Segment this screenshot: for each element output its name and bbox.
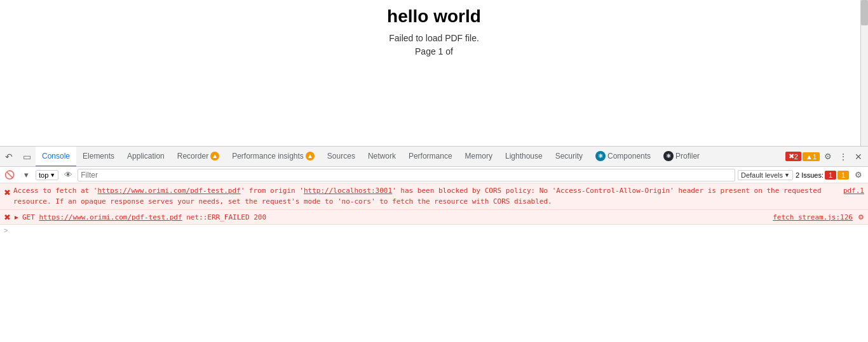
tab-memory[interactable]: Memory [459, 147, 499, 167]
page-subtitle: Failed to load PDF file. [389, 33, 479, 43]
tab-elements[interactable]: Elements [76, 147, 121, 167]
devtools-right-icons: ✖ 2 ▲ 1 ⚙ ⋮ ✕ [785, 150, 868, 164]
issues-badge[interactable]: 2 Issues: 1 1 [796, 171, 849, 180]
devtools-tabs-bar: ↶ ▭ Console Elements Application Recorde… [0, 147, 868, 167]
cursor-icon-btn[interactable]: ↶ [0, 148, 18, 166]
devtools-panel: ↶ ▭ Console Elements Application Recorde… [0, 146, 868, 342]
eye-icon[interactable]: 👁 [61, 168, 75, 182]
tab-profiler[interactable]: ⚛ Profiler [657, 147, 706, 167]
recorder-badge: ▲ [210, 152, 219, 161]
tab-application[interactable]: Application [121, 147, 171, 167]
console-prompt-row: > [0, 225, 868, 236]
error-icon-2: ✖ [4, 213, 11, 222]
context-dropdown[interactable]: top ▼ [36, 170, 58, 180]
chevron-down-icon: ▼ [50, 172, 55, 178]
tab-security[interactable]: Security [549, 147, 589, 167]
error-origin-link-1[interactable]: http://localhost:3001 [304, 187, 392, 195]
get-url-link[interactable]: https://www.orimi.com/pdf-test.pdf [39, 213, 182, 221]
console-settings-icon[interactable]: ⚙ [851, 168, 865, 182]
console-messages-area: ✖ Access to fetch at 'https://www.orimi.… [0, 183, 868, 342]
console-error-text-1: Access to fetch at 'https://www.orimi.co… [13, 186, 841, 207]
performance-insights-badge: ▲ [306, 152, 315, 161]
console-error-message-1: ✖ Access to fetch at 'https://www.orimi.… [0, 183, 868, 210]
error-source-1[interactable]: pdf.1 [843, 186, 864, 197]
warning-count-badge[interactable]: ▲ 1 [803, 152, 820, 161]
error-icon-1: ✖ [4, 187, 11, 199]
tab-performance-insights[interactable]: Performance insights ▲ [226, 147, 321, 167]
tab-performance[interactable]: Performance [402, 147, 459, 167]
react-components-icon: ⚛ [595, 151, 606, 161]
scrollbar-thumb[interactable] [861, 0, 868, 25]
tab-console[interactable]: Console [36, 147, 76, 167]
prompt-chevron-icon: > [4, 227, 8, 234]
react-profiler-icon: ⚛ [663, 151, 674, 161]
scrollbar[interactable] [860, 0, 868, 146]
more-options-icon[interactable]: ⋮ [836, 150, 850, 164]
error-url-link-1[interactable]: https://www.orimi.com/pdf-test.pdf [97, 187, 240, 195]
filter-icon[interactable]: ▾ [19, 168, 33, 182]
expand-triangle-icon[interactable]: ► [13, 214, 20, 221]
tab-sources[interactable]: Sources [321, 147, 362, 167]
console-get-text: GET https://www.orimi.com/pdf-test.pdf n… [22, 213, 770, 221]
page-title: hello world [387, 6, 481, 27]
tab-network[interactable]: Network [362, 147, 402, 167]
get-error-source[interactable]: fetch stream.js:126 [773, 213, 853, 221]
close-icon[interactable]: ✕ [851, 150, 865, 164]
dropdown-chevron-icon: ▼ [784, 172, 790, 178]
settings-icon[interactable]: ⚙ [821, 150, 835, 164]
filter-input[interactable] [81, 169, 732, 181]
tab-recorder[interactable]: Recorder ▲ [171, 147, 226, 167]
settings-link-icon[interactable]: ⚙ [858, 213, 864, 221]
levels-dropdown[interactable]: Default levels ▼ [738, 170, 793, 180]
page-info: Page 1 of [415, 46, 453, 56]
filter-container[interactable] [78, 169, 735, 181]
console-toolbar: 🚫 ▾ top ▼ 👁 Default levels ▼ 2 Issues: 1… [0, 167, 868, 183]
issues-warning-badge: 1 [837, 171, 849, 180]
console-get-error-row: ✖ ► GET https://www.orimi.com/pdf-test.p… [0, 210, 868, 225]
issues-error-badge: 1 [825, 171, 836, 180]
error-count-badge[interactable]: ✖ 2 [785, 152, 801, 161]
device-icon-btn[interactable]: ▭ [18, 148, 36, 166]
tab-components[interactable]: ⚛ Components [589, 147, 657, 167]
page-content: hello world Failed to load PDF file. Pag… [0, 0, 868, 146]
clear-console-icon[interactable]: 🚫 [3, 168, 17, 182]
tab-lighthouse[interactable]: Lighthouse [499, 147, 549, 167]
